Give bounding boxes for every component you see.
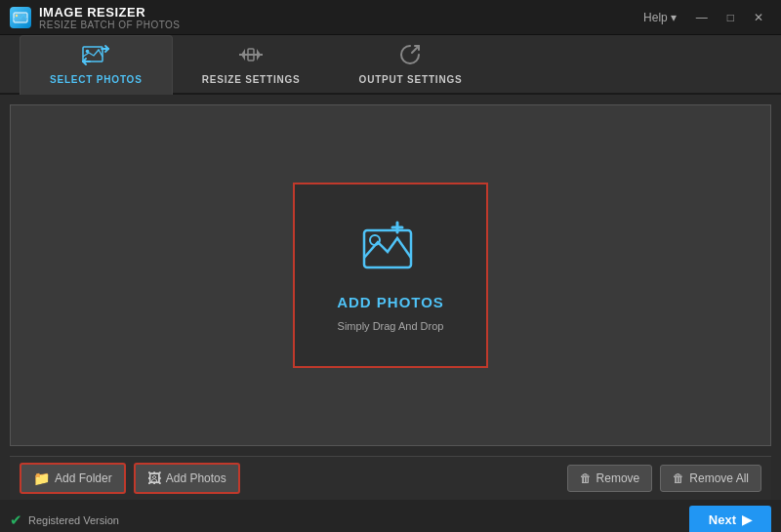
add-photos-button[interactable]: 🖼 Add Photos <box>134 463 240 494</box>
svg-marker-13 <box>257 49 261 61</box>
title-bar-left: IMAGE RESIZER RESIZE BATCH OF PHOTOS <box>10 5 181 30</box>
bottom-left-buttons: 📁 Add Folder 🖼 Add Photos <box>20 463 240 494</box>
next-label: Next <box>709 512 736 527</box>
check-icon: ✔ <box>10 512 22 529</box>
app-title: IMAGE RESIZER <box>39 5 181 20</box>
add-photos-label: ADD PHOTOS <box>337 294 444 310</box>
registered-label: Registered Version <box>28 514 119 526</box>
tab-output-label: OUTPUT SETTINGS <box>359 74 463 85</box>
status-left: ✔ Registered Version <box>10 512 119 529</box>
output-settings-icon <box>399 44 423 70</box>
add-photos-box[interactable]: ADD PHOTOS Simply Drag And Drop <box>293 183 488 368</box>
app-subtitle: RESIZE BATCH OF PHOTOS <box>39 20 181 30</box>
tab-select-label: SELECT PHOTOS <box>50 74 143 85</box>
svg-point-17 <box>370 235 380 245</box>
minimize-button[interactable]: — <box>688 7 716 28</box>
title-bar: IMAGE RESIZER RESIZE BATCH OF PHOTOS Hel… <box>0 0 781 35</box>
close-button[interactable]: ✕ <box>746 7 771 28</box>
bottom-right-buttons: 🗑 Remove 🗑 Remove All <box>567 465 761 492</box>
tab-resize-settings[interactable]: RESIZE SETTINGS <box>173 36 330 93</box>
remove-label: Remove <box>596 471 640 485</box>
add-photos-sub: Simply Drag And Drop <box>338 320 444 332</box>
tab-resize-label: RESIZE SETTINGS <box>202 74 301 85</box>
title-info: IMAGE RESIZER RESIZE BATCH OF PHOTOS <box>39 5 181 30</box>
app-icon <box>10 7 31 28</box>
remove-all-button[interactable]: 🗑 Remove All <box>660 465 761 492</box>
svg-marker-12 <box>241 49 245 61</box>
add-folder-label: Add Folder <box>55 471 112 485</box>
next-button[interactable]: Next ▶ <box>689 506 771 532</box>
bottom-toolbar: 📁 Add Folder 🖼 Add Photos 🗑 Remove 🗑 Rem… <box>10 456 771 500</box>
maximize-button[interactable]: □ <box>719 7 742 28</box>
image-icon: 🖼 <box>147 471 161 486</box>
remove-button[interactable]: 🗑 Remove <box>567 465 653 492</box>
tab-select-photos[interactable]: SELECT PHOTOS <box>20 35 173 95</box>
status-bar: ✔ Registered Version Next ▶ <box>0 500 781 532</box>
remove-all-label: Remove All <box>689 471 749 485</box>
next-arrow-icon: ▶ <box>742 512 752 527</box>
select-photos-icon <box>82 44 109 70</box>
tab-bar: SELECT PHOTOS RESIZE SETTINGS OUTPUT SET… <box>0 35 781 95</box>
title-bar-controls: Help ▾ — □ ✕ <box>636 7 771 28</box>
svg-point-2 <box>16 14 18 16</box>
remove-all-icon: 🗑 <box>673 471 684 485</box>
add-photos-btn-label: Add Photos <box>166 471 226 485</box>
add-photos-icon <box>356 219 425 284</box>
folder-icon: 📁 <box>33 471 50 486</box>
svg-point-4 <box>86 50 90 54</box>
help-button[interactable]: Help ▾ <box>636 7 684 28</box>
add-folder-button[interactable]: 📁 Add Folder <box>20 463 126 494</box>
main-drop-area[interactable]: ADD PHOTOS Simply Drag And Drop <box>10 104 771 446</box>
svg-line-15 <box>412 46 419 53</box>
remove-icon: 🗑 <box>580 471 592 485</box>
tab-output-settings[interactable]: OUTPUT SETTINGS <box>330 36 492 93</box>
resize-settings-icon <box>239 44 263 70</box>
